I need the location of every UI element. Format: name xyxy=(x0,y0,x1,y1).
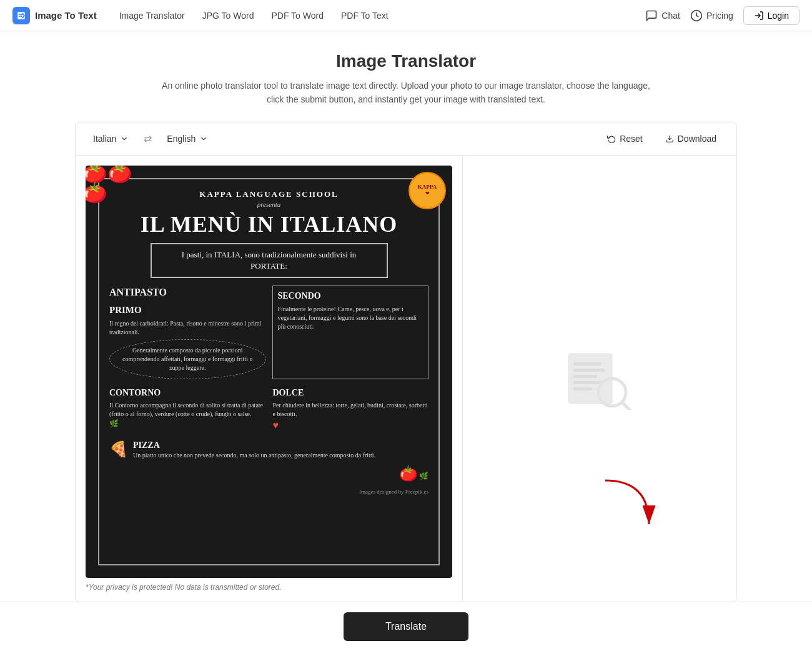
svg-rect-8 xyxy=(573,369,605,372)
login-icon xyxy=(754,11,764,21)
pricing-label: Pricing xyxy=(706,11,733,21)
logo[interactable]: Image To Text xyxy=(12,7,97,24)
secondo-section: SECONDO Finalmente le proteine! Carne, p… xyxy=(272,286,429,379)
source-lang-select[interactable]: Italian xyxy=(88,131,134,146)
secondo-text: Finalmente le proteine! Carne, pesce, uo… xyxy=(278,305,423,331)
freepik-credit: Images designed by Freepik.es xyxy=(109,489,428,495)
target-lang-label: English xyxy=(167,134,196,144)
translator-box: Italian ⇄ English Reset xyxy=(75,122,737,602)
svg-rect-7 xyxy=(573,362,602,365)
privacy-note: *Your privacy is protected! No data is t… xyxy=(86,583,452,592)
contorno-text: Il Contorno accompagna il secondo di sol… xyxy=(109,401,265,419)
translate-label: Translate xyxy=(385,621,427,632)
chat-icon xyxy=(645,9,658,22)
pricing-icon xyxy=(690,9,703,22)
arrow-container xyxy=(599,474,674,539)
download-icon xyxy=(665,134,674,143)
svg-rect-9 xyxy=(573,375,597,378)
content-area: 🍅🍅🍅 KAPPA ❤ KAPPA LANGUAGE SCHOOL xyxy=(76,156,736,602)
leaf-icon: 🌿 xyxy=(109,419,119,429)
hero-description: An online photo translator tool to trans… xyxy=(156,79,656,107)
antipasto-section: ANTIPASTO PRIMO Il regno dei carboidrati… xyxy=(109,286,266,379)
dolce-text: Per chiudere in bellezza: torte, gelati,… xyxy=(273,401,429,419)
antipasto-oval: Generalmente composto da piccole porzion… xyxy=(109,339,266,379)
reset-label: Reset xyxy=(620,134,643,144)
logo-text: Image To Text xyxy=(35,10,97,21)
menu-header: KAPPA LANGUAGE SCHOOL presenta IL MENÙ I… xyxy=(109,189,428,236)
nav-pdf-to-word[interactable]: PDF To Word xyxy=(264,7,331,24)
dolce-section: DOLCE Per chiudere in bellezza: torte, g… xyxy=(273,387,429,433)
logo-icon xyxy=(12,7,30,24)
pizza-section: 🍕 PIZZA Un piatto unico che non prevede … xyxy=(109,439,428,485)
presenta: presenta xyxy=(109,201,428,208)
menu-main-title: IL MENÙ IN ITALIANO xyxy=(109,213,428,236)
right-panel xyxy=(463,156,736,602)
reset-icon xyxy=(607,134,616,143)
antipasto-title: ANTIPASTO xyxy=(109,286,266,299)
swap-button[interactable]: ⇄ xyxy=(141,130,154,147)
target-lang-chevron xyxy=(199,134,208,143)
nav-jpg-to-word[interactable]: JPG To Word xyxy=(195,7,262,24)
menu-subtitle: I pasti, in ITALIA, sono tradizionalment… xyxy=(151,243,388,278)
login-button[interactable]: Login xyxy=(743,6,800,25)
svg-line-13 xyxy=(622,402,631,410)
heart-icon: ♥ xyxy=(273,420,279,430)
toolbar: Italian ⇄ English Reset xyxy=(76,122,736,156)
chat-link[interactable]: Chat xyxy=(645,9,680,22)
uploaded-image: 🍅🍅🍅 KAPPA ❤ KAPPA LANGUAGE SCHOOL xyxy=(86,166,452,578)
contorno-title: CONTORNO xyxy=(109,387,265,399)
left-panel: 🍅🍅🍅 KAPPA ❤ KAPPA LANGUAGE SCHOOL xyxy=(76,156,463,602)
hero-section: Image Translator An online photo transla… xyxy=(0,31,812,122)
navbar: Image To Text Image Translator JPG To Wo… xyxy=(0,0,812,31)
translate-button[interactable]: Translate xyxy=(344,612,468,641)
school-name: KAPPA LANGUAGE SCHOOL xyxy=(109,189,428,199)
pizza-text: Un piatto unico che non prevede secondo,… xyxy=(133,451,375,460)
nav-image-translator[interactable]: Image Translator xyxy=(112,7,192,24)
menu-grid: ANTIPASTO PRIMO Il regno dei carboidrati… xyxy=(109,286,428,379)
secondo-title: SECONDO xyxy=(278,290,423,302)
svg-rect-11 xyxy=(573,387,592,390)
pricing-link[interactable]: Pricing xyxy=(690,9,733,22)
nav-links: Image Translator JPG To Word PDF To Word… xyxy=(112,7,646,24)
antipasto-oval-text: Generalmente composto da piccole porzion… xyxy=(122,347,252,371)
leaf-bottom: 🌿 xyxy=(419,471,428,482)
nav-right: Chat Pricing Login xyxy=(645,6,800,25)
login-label: Login xyxy=(768,11,789,21)
subtitle-text: I pasti, in ITALIA, sono tradizionalment… xyxy=(182,250,357,271)
chat-label: Chat xyxy=(661,11,680,21)
source-lang-label: Italian xyxy=(93,134,116,144)
download-label: Download xyxy=(678,134,716,144)
menu-image-recreation: 🍅🍅🍅 KAPPA ❤ KAPPA LANGUAGE SCHOOL xyxy=(86,166,452,578)
main-container: Italian ⇄ English Reset xyxy=(62,122,750,651)
placeholder-icon xyxy=(562,347,637,410)
primo-section: PRIMO Il regno dei carboidrati: Pasta, r… xyxy=(109,304,266,337)
reset-button[interactable]: Reset xyxy=(600,130,650,147)
primo-text: Il regno dei carboidrati: Pasta, risotto… xyxy=(109,319,266,337)
target-lang-select[interactable]: English xyxy=(162,131,213,146)
menu-border: KAPPA LANGUAGE SCHOOL presenta IL MENÙ I… xyxy=(98,178,440,565)
tomato-bottom: 🍅 xyxy=(399,465,418,482)
page-title: Image Translator xyxy=(12,51,800,71)
kappa-badge-text: KAPPA xyxy=(418,184,437,191)
placeholder-area xyxy=(562,347,637,410)
dolce-title: DOLCE xyxy=(273,387,429,399)
contorno-section: CONTORNO Il Contorno accompagna il secon… xyxy=(109,387,265,433)
translate-bar: Translate xyxy=(0,602,812,651)
download-button[interactable]: Download xyxy=(658,130,724,147)
primo-title: PRIMO xyxy=(109,304,266,317)
arrow-icon xyxy=(599,474,674,537)
pizza-emoji: 🍕 xyxy=(109,439,128,460)
source-lang-chevron xyxy=(120,134,129,143)
svg-rect-10 xyxy=(573,381,602,384)
nav-pdf-to-text[interactable]: PDF To Text xyxy=(334,7,396,24)
bottom-row: CONTORNO Il Contorno accompagna il secon… xyxy=(109,387,428,433)
pizza-title: PIZZA xyxy=(133,439,375,452)
